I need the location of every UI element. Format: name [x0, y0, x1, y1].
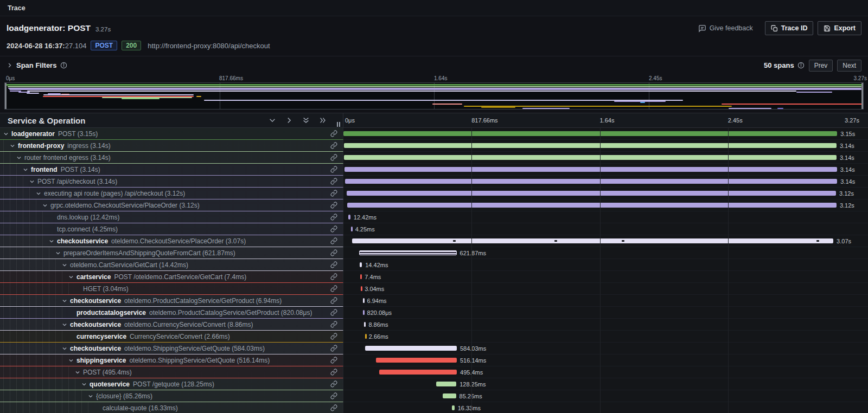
span-row[interactable]: checkoutserviceoteldemo.CheckoutService/…: [0, 235, 868, 247]
chevron-down-icon[interactable]: [62, 298, 70, 304]
give-feedback-button[interactable]: Give feedback: [698, 24, 753, 33]
span-bar[interactable]: [344, 143, 836, 148]
span-row[interactable]: quoteservicePOST /getquote (128.25ms)128…: [0, 378, 868, 390]
next-button[interactable]: Next: [837, 60, 861, 72]
span-bar[interactable]: [443, 393, 456, 398]
span-row[interactable]: router frontend egress (3.14s)3.14s: [0, 152, 868, 164]
chevron-down-icon[interactable]: [23, 167, 31, 172]
span-link-icon[interactable]: [330, 202, 337, 209]
span-bar[interactable]: [347, 203, 837, 208]
span-link-icon[interactable]: [330, 273, 337, 280]
chevron-down-icon[interactable]: [55, 250, 63, 256]
span-bar[interactable]: [365, 334, 367, 339]
span-row[interactable]: prepareOrderItemsAndShippingQuoteFromCar…: [0, 247, 868, 259]
chevron-down-icon[interactable]: [16, 155, 24, 160]
span-link-icon[interactable]: [330, 249, 337, 256]
chevron-down-icon[interactable]: [42, 203, 50, 208]
span-row[interactable]: currencyserviceCurrencyService/Convert (…: [0, 331, 868, 343]
span-row[interactable]: grpc.oteldemo.CheckoutService/PlaceOrder…: [0, 199, 868, 211]
span-row[interactable]: executing api route (pages) /api/checkou…: [0, 188, 868, 199]
span-link-icon[interactable]: [330, 142, 337, 149]
span-bar[interactable]: [360, 262, 362, 267]
span-bar[interactable]: [344, 155, 836, 160]
span-bar[interactable]: [345, 179, 837, 184]
span-link-icon[interactable]: [330, 297, 337, 304]
span-row[interactable]: checkoutserviceoteldemo.ProductCatalogSe…: [0, 295, 868, 307]
span-bar[interactable]: [379, 370, 457, 375]
span-link-icon[interactable]: [330, 225, 337, 233]
collapse-one-icon[interactable]: [269, 117, 276, 124]
chevron-down-icon[interactable]: [10, 143, 18, 149]
chevron-down-icon[interactable]: [81, 382, 90, 387]
prev-button[interactable]: Prev: [809, 60, 833, 72]
span-link-icon[interactable]: [330, 261, 337, 268]
span-link-icon[interactable]: [330, 309, 337, 316]
span-row[interactable]: POST /api/checkout (3.14s)3.14s: [0, 176, 868, 188]
span-row[interactable]: cartservicePOST /oteldemo.CartService/Ge…: [0, 271, 868, 283]
info-icon[interactable]: [60, 62, 67, 69]
span-bar[interactable]: [365, 346, 457, 351]
chevron-right-icon[interactable]: [7, 62, 12, 68]
expand-one-icon[interactable]: [285, 117, 293, 124]
span-link-icon[interactable]: [330, 285, 337, 292]
chevron-down-icon[interactable]: [29, 179, 37, 184]
span-bar[interactable]: [347, 191, 836, 196]
span-bar[interactable]: [364, 322, 366, 327]
info-icon[interactable]: [797, 62, 805, 69]
span-row[interactable]: loadgeneratorPOST (3.15s)3.15s: [0, 128, 868, 140]
span-bar[interactable]: [352, 238, 833, 243]
chevron-down-icon[interactable]: [62, 322, 70, 327]
span-bar[interactable]: [361, 286, 362, 291]
minimap-canvas[interactable]: [4, 82, 864, 109]
chevron-down-icon[interactable]: [75, 370, 83, 375]
span-link-icon[interactable]: [330, 380, 337, 388]
chevron-down-icon[interactable]: [3, 131, 11, 137]
span-row[interactable]: oteldemo.CartService/GetCart (14.42ms)14…: [0, 259, 868, 271]
column-resize-handle[interactable]: [337, 122, 340, 127]
span-bar[interactable]: [351, 227, 353, 231]
span-bar[interactable]: [360, 274, 362, 279]
chevron-down-icon[interactable]: [62, 262, 70, 268]
trace-id-button[interactable]: Trace ID: [765, 21, 814, 35]
chevron-down-icon[interactable]: [36, 191, 44, 196]
span-link-icon[interactable]: [330, 392, 337, 399]
span-link-icon[interactable]: [330, 345, 337, 352]
span-row[interactable]: dns.lookup (12.42ms)12.42ms: [0, 211, 868, 223]
span-link-icon[interactable]: [330, 333, 337, 340]
span-link-icon[interactable]: [330, 357, 337, 364]
span-link-icon[interactable]: [330, 214, 337, 221]
span-row[interactable]: frontend-proxyingress (3.14s)3.14s: [0, 140, 868, 152]
span-row[interactable]: checkoutserviceoteldemo.CurrencyService/…: [0, 319, 868, 331]
span-bar[interactable]: [376, 358, 457, 363]
span-row[interactable]: POST (495.4ms)495.4ms: [0, 366, 868, 378]
viewport-handle-left[interactable]: [5, 83, 7, 109]
span-bar[interactable]: [359, 250, 457, 255]
span-link-icon[interactable]: [330, 130, 337, 137]
span-row[interactable]: HGET (3.04ms)3.04ms: [0, 283, 868, 295]
viewport-handle-right[interactable]: [861, 83, 863, 109]
span-link-icon[interactable]: [330, 166, 337, 173]
span-bar[interactable]: [436, 382, 456, 386]
span-bar[interactable]: [363, 310, 365, 315]
expand-all-icon[interactable]: [319, 117, 327, 124]
span-row[interactable]: checkoutserviceoteldemo.ShippingService/…: [0, 343, 868, 354]
span-link-icon[interactable]: [330, 178, 337, 185]
span-row[interactable]: calculate-quote (16.33ms)16.33ms: [0, 402, 868, 413]
span-row[interactable]: frontendPOST (3.14s)3.14s: [0, 164, 868, 176]
span-bar[interactable]: [452, 405, 455, 410]
span-filters-toggle[interactable]: Span Filters: [16, 61, 56, 69]
span-bar[interactable]: [343, 131, 837, 136]
span-bar[interactable]: [363, 298, 365, 303]
collapse-all-icon[interactable]: [302, 117, 310, 124]
span-link-icon[interactable]: [330, 154, 337, 161]
span-link-icon[interactable]: [330, 237, 337, 244]
chevron-down-icon[interactable]: [62, 346, 70, 351]
chevron-down-icon[interactable]: [49, 238, 57, 244]
span-link-icon[interactable]: [330, 321, 337, 328]
span-link-icon[interactable]: [330, 190, 337, 197]
span-bar[interactable]: [344, 167, 837, 172]
span-row[interactable]: productcatalogserviceoteldemo.ProductCat…: [0, 307, 868, 319]
span-row[interactable]: tcp.connect (4.25ms)4.25ms: [0, 223, 868, 235]
span-link-icon[interactable]: [330, 369, 337, 376]
span-row[interactable]: {closure} (85.26ms)85.26ms: [0, 390, 868, 402]
